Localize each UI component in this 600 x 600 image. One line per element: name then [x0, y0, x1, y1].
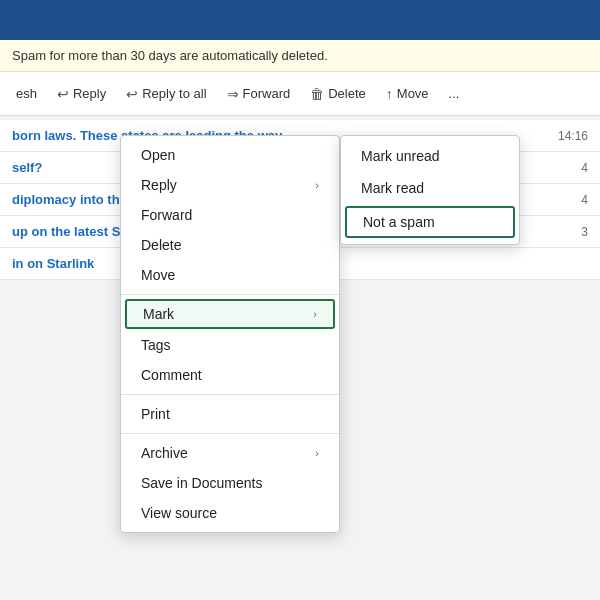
toolbar-freshen[interactable]: esh: [8, 80, 45, 107]
menu-item-forward[interactable]: Forward: [121, 200, 339, 230]
email-subject-4: in on Starlink: [12, 256, 94, 271]
toolbar-more[interactable]: ...: [441, 80, 468, 107]
menu-arrow-archive: ›: [315, 447, 319, 459]
menu-arrow-mark: ›: [313, 308, 317, 320]
submenu-item-not-spam[interactable]: Not a spam: [345, 206, 515, 238]
toolbar-reply[interactable]: ↩ Reply: [49, 80, 114, 108]
submenu-item-mark-unread[interactable]: Mark unread: [341, 140, 519, 172]
spam-notice: Spam for more than 30 days are automatic…: [0, 40, 600, 72]
email-subject-1: self?: [12, 160, 42, 175]
toolbar-move[interactable]: ↑ Move: [378, 80, 437, 108]
submenu-item-mark-read[interactable]: Mark read: [341, 172, 519, 204]
forward-icon: ⇒: [227, 86, 239, 102]
menu-divider-3: [121, 433, 339, 434]
delete-icon: 🗑: [310, 86, 324, 102]
submenu: Mark unread Mark read Not a spam: [340, 135, 520, 245]
menu-item-delete[interactable]: Delete: [121, 230, 339, 260]
reply-all-icon: ↩: [126, 86, 138, 102]
menu-item-reply[interactable]: Reply ›: [121, 170, 339, 200]
menu-item-print[interactable]: Print: [121, 399, 339, 429]
menu-arrow-reply: ›: [315, 179, 319, 191]
toolbar: esh ↩ Reply ↩ Reply to all ⇒ Forward 🗑 D…: [0, 72, 600, 116]
menu-divider-2: [121, 394, 339, 395]
email-time-0: 14:16: [558, 129, 588, 143]
menu-item-move[interactable]: Move: [121, 260, 339, 290]
reply-icon: ↩: [57, 86, 69, 102]
toolbar-delete[interactable]: 🗑 Delete: [302, 80, 374, 108]
menu-item-source[interactable]: View source: [121, 498, 339, 528]
menu-item-mark[interactable]: Mark ›: [125, 299, 335, 329]
menu-item-open[interactable]: Open: [121, 140, 339, 170]
top-bar: [0, 0, 600, 40]
context-menu: Open Reply › Forward Delete Move Mark › …: [120, 135, 340, 533]
menu-item-comment[interactable]: Comment: [121, 360, 339, 390]
email-time-2: 4: [581, 193, 588, 207]
menu-item-tags[interactable]: Tags: [121, 330, 339, 360]
menu-item-save[interactable]: Save in Documents: [121, 468, 339, 498]
email-subject-2: diplomacy into the: [12, 192, 127, 207]
email-subject-3: up on the latest SE: [12, 224, 129, 239]
toolbar-forward[interactable]: ⇒ Forward: [219, 80, 299, 108]
email-time-3: 3: [581, 225, 588, 239]
toolbar-reply-all[interactable]: ↩ Reply to all: [118, 80, 214, 108]
email-time-1: 4: [581, 161, 588, 175]
menu-item-archive[interactable]: Archive ›: [121, 438, 339, 468]
menu-divider-1: [121, 294, 339, 295]
move-icon: ↑: [386, 86, 393, 102]
